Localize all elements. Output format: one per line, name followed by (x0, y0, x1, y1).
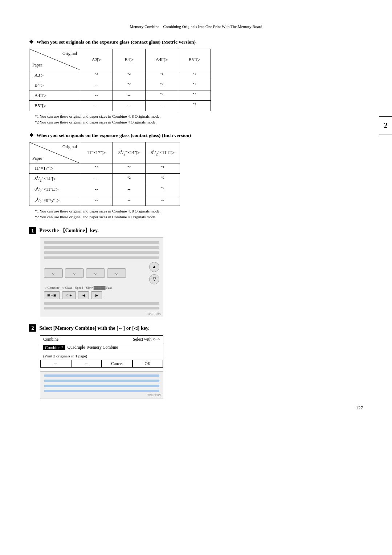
cell: -- (80, 101, 113, 111)
screen-options-row: Combine 2 Quadruple Memory Combine (40, 343, 163, 352)
cell: -- (80, 80, 113, 90)
paper-line (44, 256, 159, 259)
table-row: 11"×17"▷ *2 *2 *1 (29, 163, 180, 173)
inch-section: ❖ When you set originals on the exposure… (29, 132, 363, 219)
diagram-caption-2: TPBS300N (147, 394, 161, 397)
keyboard-diagram-2: TPBS300N (40, 371, 163, 398)
cell: *2 (80, 163, 113, 173)
metric-table-diag-cell: Original Paper (29, 49, 80, 70)
chapter-tab: 2 (379, 116, 392, 134)
page: Memory Combine—Combining Originals Into … (0, 0, 392, 425)
paper-line-blue (44, 390, 159, 392)
inch-header-2: 81/2"×14"▷ (113, 142, 146, 163)
cancel-btn[interactable]: Cancel (102, 360, 132, 367)
right-arrow-btn[interactable]: → (71, 360, 102, 367)
combine-screen: Combine Select with <--> Combine 2 Quadr… (40, 335, 163, 368)
metric-header-a3: A3▷ (80, 49, 113, 70)
cell: *2 (146, 90, 178, 101)
row-label: 11"×17"▷ (29, 163, 80, 173)
table-row: 81/2"×11"□▷ -- -- *2 (29, 184, 180, 195)
inch-paper-label: Paper (32, 156, 42, 161)
cell: -- (113, 184, 146, 195)
chevron-key-2[interactable]: ⌄ (65, 268, 84, 278)
cell: *1 (178, 70, 211, 80)
paper-line-blue (44, 374, 159, 377)
paper-lines-top-2 (44, 374, 159, 392)
paper-line (44, 251, 159, 254)
row-label: 81/2"×14"▷ (29, 173, 80, 184)
row-label: 51/2"×81/2" ▷ (29, 195, 80, 206)
inch-header-1: 11"×17"▷ (80, 142, 113, 163)
metric-header-b5: B5□▷ (178, 49, 211, 70)
table-row: A3▷ *2 *2 *1 *1 (29, 70, 211, 80)
circle-buttons: ▲ ▽ (149, 262, 159, 284)
cell: -- (113, 101, 146, 111)
paper-line (44, 307, 159, 309)
combine2-option[interactable]: Combine 2 (43, 345, 65, 350)
ok-btn[interactable]: OK (132, 360, 163, 367)
cell: -- (113, 90, 146, 101)
left-arrow-btn[interactable]: ← (40, 360, 71, 367)
cell: -- (113, 195, 146, 206)
key-labels: ○ Combine ○ Class Speed Slow ▓▓▓▓▓ Fast (44, 286, 159, 289)
screen-header-right: Select with <--> (133, 337, 160, 341)
screen-button-row: ← → Cancel OK (40, 360, 163, 367)
chevron-keys: ⌄ ⌄ ⌄ ⌄ (44, 268, 146, 278)
memory-combine-option[interactable]: Memory Combine (87, 345, 118, 350)
cell: *1 (178, 80, 211, 90)
chevron-key-4[interactable]: ⌄ (107, 268, 126, 278)
step2-number: 2 (29, 324, 36, 332)
cell: *2 (146, 184, 180, 195)
row-label: A4□▷ (29, 90, 80, 101)
bottom-keys: ⊞←▣ ☺☻ ◀ ▶ (44, 291, 159, 299)
screen-header: Combine Select with <--> (40, 336, 163, 343)
table-row: B5□▷ -- -- -- *2 (29, 101, 211, 111)
table-row: 81/2"×14"▷ -- *2 *2 (29, 173, 180, 184)
metric-header-a4: A4□▷ (146, 49, 178, 70)
left-key[interactable]: ◀ (78, 291, 89, 299)
inch-footnote-1: *1 You can use these original and paper … (29, 209, 363, 213)
paper-line (44, 241, 159, 244)
paper-line-blue (44, 380, 159, 382)
cell: *2 (146, 80, 178, 90)
inch-footnote-2: *2 You can use these original and paper … (29, 215, 363, 219)
inch-table: Original Paper 11"×17"▷ 81/2"×14"▷ 81/2"… (29, 142, 180, 206)
paper-line (44, 302, 159, 305)
diagram-caption-1: TPEB170N (147, 312, 161, 316)
cell: *2 (80, 70, 113, 80)
step1-title: Press the 【Combine】key. (39, 228, 98, 233)
cell: -- (146, 195, 180, 206)
cell: *2 (146, 173, 180, 184)
cell: *2 (178, 101, 211, 111)
cell: -- (80, 90, 113, 101)
metric-footnote-2: *2 You can use these original and paper … (29, 120, 363, 124)
table-row: 51/2"×81/2" ▷ -- -- -- (29, 195, 180, 206)
cell: -- (80, 173, 113, 184)
key-row-main: ⌄ ⌄ ⌄ ⌄ ▲ ▽ (44, 262, 159, 284)
keyboard-diagram: ⌄ ⌄ ⌄ ⌄ ▲ ▽ ○ Combine ○ Class Speed Slow… (40, 237, 163, 317)
cell: *1 (146, 70, 178, 80)
paper-line-blue (44, 385, 159, 387)
page-number: 127 (356, 405, 363, 411)
cell: *2 (113, 70, 146, 80)
cell: *2 (113, 163, 146, 173)
step2-heading: 2 Select [Memory Combine] with the [←] o… (29, 324, 363, 332)
inch-table-diag-cell: Original Paper (29, 142, 80, 163)
table-row: B4▷ -- *2 *2 *1 (29, 80, 211, 90)
table-row: A4□▷ -- -- *2 *2 (29, 90, 211, 101)
up-btn[interactable]: ▲ (149, 262, 159, 272)
combine-key[interactable]: ⊞←▣ (44, 291, 60, 299)
paper-lines-top (44, 241, 159, 259)
chevron-key-1[interactable]: ⌄ (44, 268, 63, 278)
step1-heading: 1 Press the 【Combine】key. (29, 227, 363, 234)
metric-header-b4: B4▷ (113, 49, 146, 70)
chevron-key-3[interactable]: ⌄ (86, 268, 105, 278)
right-key[interactable]: ▶ (91, 291, 102, 299)
cell: *2 (113, 173, 146, 184)
quadruple-option[interactable]: Quadruple (68, 345, 85, 350)
cell: *1 (146, 163, 180, 173)
cell: -- (80, 195, 113, 206)
down-btn[interactable]: ▽ (149, 274, 159, 284)
class-key[interactable]: ☺☻ (62, 291, 76, 299)
row-label: B4▷ (29, 80, 80, 90)
